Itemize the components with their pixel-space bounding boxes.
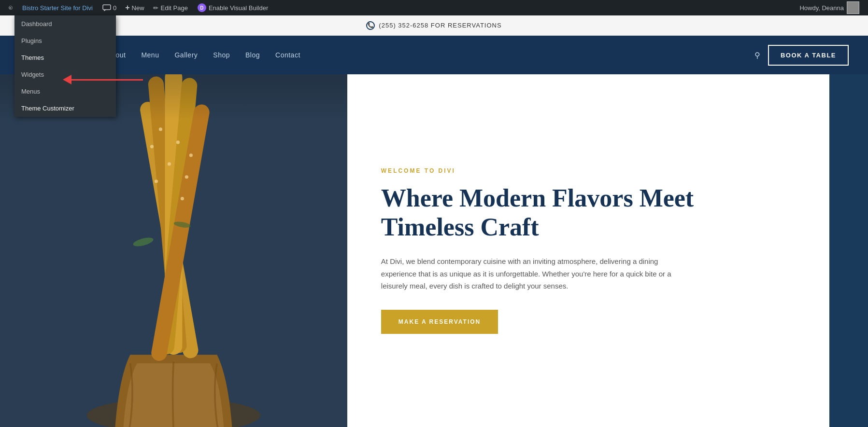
hero-right-bg — [829, 74, 868, 427]
svg-point-15 — [181, 197, 184, 200]
admin-bar: W Bistro Starter Site for Divi 0 + New ✏… — [0, 0, 868, 15]
welcome-label: WELCOME TO DIVI — [381, 167, 695, 174]
comments-button[interactable]: 0 — [98, 0, 121, 15]
make-reservation-button[interactable]: MAKE A RESERVATION — [381, 310, 498, 334]
svg-point-13 — [168, 162, 171, 165]
site-name[interactable]: Bistro Starter Site for Divi — [17, 0, 98, 15]
book-table-button[interactable]: BOOK A TABLE — [768, 45, 849, 66]
red-arrow — [63, 75, 143, 84]
nav-right: ⚲ BOOK A TABLE — [754, 45, 849, 66]
svg-point-14 — [176, 140, 180, 144]
food-illustration — [0, 74, 347, 427]
dropdown-menu: Dashboard Plugins Themes Widgets Menus T… — [14, 15, 116, 117]
comments-count: 0 — [113, 4, 116, 12]
nav-link-blog[interactable]: Blog — [245, 51, 260, 59]
plus-icon: + — [125, 3, 129, 12]
svg-point-12 — [159, 127, 162, 131]
nav-link-menu[interactable]: Menu — [141, 51, 159, 59]
wp-logo[interactable]: W — [4, 1, 17, 14]
svg-point-11 — [155, 179, 158, 183]
hero-section: WELCOME TO DIVI Where Modern Flavors Mee… — [0, 74, 868, 427]
dropdown-item-plugins[interactable]: Plugins — [14, 32, 116, 49]
top-bar: 📞 (255) 352-6258 FOR RESERVATIONS — [0, 15, 868, 36]
svg-point-16 — [189, 153, 193, 157]
svg-point-10 — [150, 145, 154, 148]
phone-icon: 📞 — [366, 21, 375, 30]
nav-link-gallery[interactable]: Gallery — [174, 51, 198, 59]
avatar — [847, 1, 859, 14]
hero-heading: Where Modern Flavors Meet Timeless Craft — [381, 184, 695, 242]
arrow-line — [71, 79, 143, 81]
svg-rect-2 — [103, 5, 111, 10]
search-icon[interactable]: ⚲ — [754, 51, 760, 60]
enable-visual-builder-button[interactable]: D Enable Visual Builder — [193, 0, 273, 15]
divi-icon: D — [198, 3, 206, 12]
hero-image — [0, 74, 347, 427]
pencil-icon: ✏ — [153, 4, 158, 12]
dropdown-item-theme-customizer[interactable]: Theme Customizer — [14, 100, 116, 117]
main-navigation: D Landing About Menu Gallery Shop Blog C… — [0, 36, 868, 74]
user-menu[interactable]: Howdy, Deanna — [795, 0, 864, 15]
new-button[interactable]: + New — [121, 0, 148, 15]
phone-text: (255) 352-6258 FOR RESERVATIONS — [379, 22, 501, 29]
dropdown-item-dashboard[interactable]: Dashboard — [14, 15, 116, 32]
dropdown-item-menus[interactable]: Menus — [14, 83, 116, 100]
svg-text:W: W — [10, 7, 12, 9]
hero-text-container: WELCOME TO DIVI Where Modern Flavors Mee… — [381, 167, 695, 333]
nav-link-shop[interactable]: Shop — [213, 51, 230, 59]
hero-description: At Divi, we blend contemporary cuisine w… — [381, 255, 695, 292]
dropdown-item-themes[interactable]: Themes — [14, 49, 116, 66]
hero-content: WELCOME TO DIVI Where Modern Flavors Mee… — [347, 74, 829, 427]
edit-page-button[interactable]: ✏ Edit Page — [148, 0, 193, 15]
svg-point-17 — [185, 175, 188, 179]
nav-link-contact[interactable]: Contact — [275, 51, 300, 59]
nav-links: Landing About Menu Gallery Shop Blog Con… — [66, 51, 754, 59]
